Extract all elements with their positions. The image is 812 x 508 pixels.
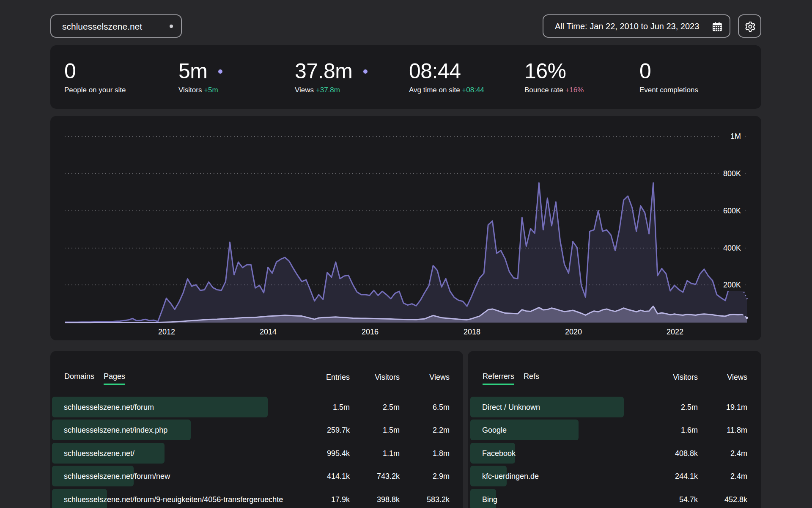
svg-text:800K: 800K	[723, 169, 741, 178]
svg-text:1M: 1M	[730, 132, 741, 141]
svg-text:2018: 2018	[464, 328, 480, 336]
svg-text:2014: 2014	[260, 328, 277, 336]
svg-text:600K: 600K	[723, 207, 741, 215]
svg-text:2020: 2020	[565, 328, 582, 336]
svg-text:2016: 2016	[362, 328, 379, 336]
svg-text:200K: 200K	[723, 281, 741, 289]
svg-text:400K: 400K	[723, 244, 741, 252]
svg-text:2012: 2012	[158, 328, 175, 336]
svg-text:2022: 2022	[667, 328, 683, 336]
